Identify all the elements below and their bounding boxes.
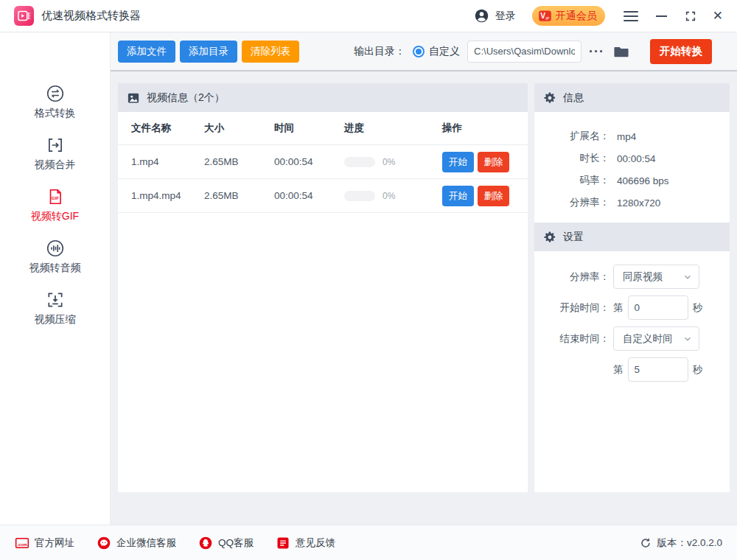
wechat-service-icon [97, 536, 111, 550]
qq-service-link[interactable]: QQ客服 [198, 536, 254, 550]
vip-label: 开通会员 [556, 10, 597, 23]
svg-text:.com: .com [18, 542, 27, 546]
sidebar-item-format-convert[interactable]: 格式转换 [0, 84, 110, 121]
field-value: 406696 bps [617, 175, 669, 186]
sidebar-item-label: 视频压缩 [35, 313, 76, 326]
start-button[interactable]: 开始 [442, 186, 474, 206]
feedback-link[interactable]: 意见反馈 [276, 536, 335, 550]
start-unit: 秒 [693, 301, 703, 315]
field-label: 时长： [534, 152, 609, 165]
app-window: 优速视频格式转换器 登录 V IP 开通会员 [0, 0, 737, 560]
titlebar: 优速视频格式转换器 登录 V IP 开通会员 [0, 0, 737, 32]
col-size: 大小 [204, 122, 274, 135]
file-size: 2.65MB [204, 190, 274, 201]
version-value: v2.0.2.0 [687, 537, 722, 548]
minimize-icon[interactable] [656, 15, 668, 17]
resolution-value: 同原视频 [623, 270, 682, 284]
close-icon[interactable]: ✕ [713, 10, 723, 22]
resolution-label: 分辨率： [534, 270, 609, 284]
qq-service-icon [198, 536, 213, 550]
file-name: 1.mp4.mp4 [131, 190, 204, 201]
end-time-mode-value: 自定义时间 [623, 332, 682, 346]
feedback-icon [276, 536, 290, 550]
video-info-header: 视频信息（2个） [118, 83, 528, 112]
wechat-service-link[interactable]: 企业微信客服 [97, 536, 176, 550]
footer-link-label: 官方网址 [35, 536, 74, 550]
file-size: 2.65MB [204, 156, 274, 167]
info-section-title: 信息 [563, 91, 584, 105]
end-time-input[interactable] [628, 357, 688, 382]
refresh-icon [640, 537, 652, 549]
settings-section-title: 设置 [563, 231, 584, 244]
file-name: 1.mp4 [131, 156, 204, 167]
sidebar-item-video-merge[interactable]: 视频合并 [0, 136, 110, 172]
progress-cell: 0% [344, 191, 442, 201]
progress-bar [344, 191, 375, 201]
progress-percent: 0% [383, 157, 395, 167]
start-button[interactable]: 开始 [442, 152, 474, 172]
col-filename: 文件名称 [131, 122, 204, 135]
video-to-gif-icon: GIF [46, 187, 65, 206]
app-title: 优速视频格式转换器 [41, 9, 141, 23]
field-value: 00:00:54 [617, 153, 656, 164]
col-progress: 进度 [344, 122, 442, 135]
actions-cell: 开始 删除 [442, 186, 528, 206]
table-row[interactable]: 1.mp4.mp4 2.65MB 00:00:54 0% 开始 删除 [118, 179, 528, 213]
start-time-input[interactable] [628, 295, 688, 320]
titlebar-actions: 登录 V IP 开通会员 ✕ [474, 6, 723, 26]
login-label: 登录 [495, 10, 516, 23]
media-image-icon [127, 91, 140, 105]
maximize-icon[interactable] [685, 10, 696, 22]
delete-button[interactable]: 删除 [478, 152, 509, 172]
table-row[interactable]: 1.mp4 2.65MB 00:00:54 0% 开始 删除 [118, 145, 528, 179]
delete-button[interactable]: 删除 [478, 186, 509, 206]
custom-radio-label: 自定义 [429, 45, 460, 58]
gear-icon [543, 231, 556, 244]
menu-icon[interactable] [624, 11, 638, 21]
gear-icon [543, 91, 556, 105]
table-header: 文件名称 大小 时间 进度 操作 [118, 112, 528, 145]
official-site-link[interactable]: .com 官方网址 [15, 536, 74, 550]
end-time-mode-select[interactable]: 自定义时间 [613, 326, 699, 351]
workspace: 视频信息（2个） 文件名称 大小 时间 进度 操作 1.mp4 2.65MB 0… [111, 71, 737, 523]
start-convert-button[interactable]: 开始转换 [650, 39, 712, 64]
sidebar-item-video-to-gif[interactable]: GIF 视频转GIF [0, 187, 110, 224]
progress-percent: 0% [383, 191, 395, 201]
svg-text:GIF: GIF [51, 196, 58, 200]
add-file-button[interactable]: 添加文件 [118, 41, 175, 63]
field-label: 码率： [534, 174, 609, 187]
custom-output-radio[interactable] [413, 46, 425, 57]
col-time: 时间 [274, 122, 344, 135]
version-info: 版本： v2.0.2.0 [640, 536, 722, 550]
login-button[interactable]: 登录 [474, 8, 516, 24]
footer-link-label: 意见反馈 [296, 536, 335, 550]
field-value: 1280x720 [617, 197, 660, 209]
vip-button[interactable]: V IP 开通会员 [532, 6, 605, 26]
progress-bar [344, 157, 375, 167]
sidebar-item-video-to-audio[interactable]: 视频转音频 [0, 239, 110, 276]
details-panel: 信息 扩展名：mp4 时长：00:00:54 码率：406696 bps 分辨率… [534, 83, 730, 492]
video-info-title: 视频信息（2个） [147, 91, 225, 105]
open-folder-icon[interactable] [613, 43, 629, 60]
sidebar-item-label: 视频转音频 [29, 262, 81, 275]
resolution-select[interactable]: 同原视频 [613, 265, 699, 289]
output-path-input[interactable] [467, 41, 581, 63]
sidebar-item-label: 格式转换 [35, 107, 76, 120]
start-time-label: 开始时间： [534, 301, 609, 315]
chevron-down-icon [682, 272, 693, 282]
sidebar-item-video-compress[interactable]: 视频压缩 [0, 290, 110, 327]
footer-link-label: 企业微信客服 [116, 536, 176, 550]
start-prefix: 第 [613, 301, 624, 315]
end-unit: 秒 [693, 363, 703, 377]
add-directory-button[interactable]: 添加目录 [180, 41, 237, 63]
browse-more-button[interactable]: ··· [589, 45, 604, 58]
clear-list-button[interactable]: 清除列表 [242, 41, 299, 63]
sidebar: 格式转换 视频合并 GIF 视频转GIF 视频转音频 [0, 32, 111, 525]
col-actions: 操作 [442, 122, 528, 135]
end-prefix: 第 [613, 363, 624, 377]
info-section-header: 信息 [534, 83, 730, 112]
sidebar-item-label: 视频合并 [35, 158, 76, 172]
video-compress-icon [46, 290, 65, 309]
settings-fields: 分辨率： 同原视频 开始时间： 第 秒 [534, 251, 730, 382]
field-label: 扩展名： [534, 130, 609, 143]
